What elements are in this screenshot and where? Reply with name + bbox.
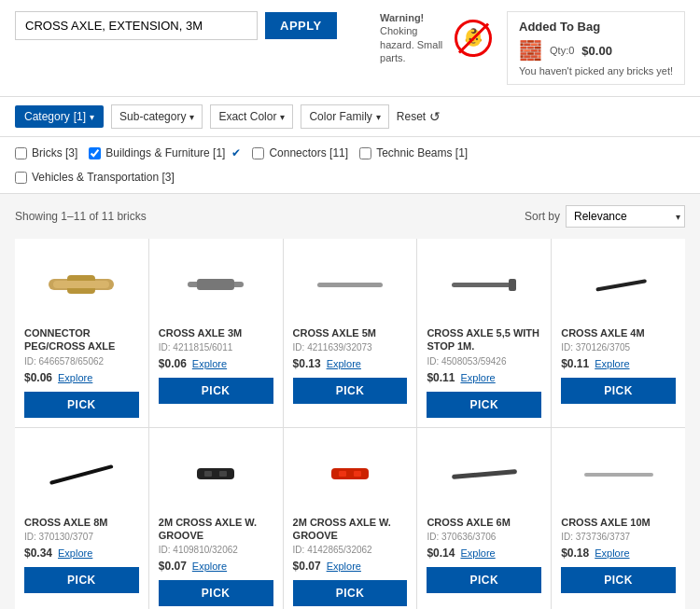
explore-link-10[interactable]: Explore	[595, 547, 629, 559]
product-id-3: ID: 4211639/32073	[293, 342, 372, 353]
search-input[interactable]	[15, 11, 258, 40]
product-price-row-6: $0.34 Explore	[24, 547, 92, 560]
results-count: Showing 1–11 of 11 bricks	[15, 210, 147, 223]
product-name-8: 2M CROSS AXLE W. GROOVE	[293, 516, 408, 543]
category-filter-button[interactable]: Category [1] ▾	[15, 105, 104, 128]
product-id-7: ID: 4109810/32062	[159, 545, 238, 555]
product-id-2: ID: 4211815/6011	[159, 342, 233, 353]
product-price-row-4: $0.11 Explore	[427, 371, 495, 384]
svg-rect-15	[354, 471, 361, 477]
product-price-10: $0.18	[561, 547, 589, 560]
product-card-1: CONNECTOR PEG/CROSS AXLE ID: 6466578/650…	[15, 239, 148, 427]
product-price-row-8: $0.07 Explore	[293, 560, 361, 573]
reset-button[interactable]: Reset ↺	[397, 109, 441, 124]
product-price-row-10: $0.18 Explore	[561, 547, 629, 560]
product-image-10	[561, 441, 676, 506]
cat-buildings-checkbox[interactable]	[89, 147, 101, 159]
main-content: Showing 1–11 of 11 bricks Sort by Releva…	[0, 194, 700, 609]
cat-bricks[interactable]: Bricks [3]	[15, 146, 77, 159]
bag-icon: 🧱	[519, 39, 542, 62]
explore-link-6[interactable]: Explore	[58, 547, 92, 559]
filter-bar: Category [1] ▾ Sub-category ▾ Exact Colo…	[0, 97, 700, 137]
product-card-3: CROSS AXLE 5M ID: 4211639/32073 $0.13 Ex…	[284, 239, 417, 427]
pick-button-9[interactable]: PICK	[427, 567, 541, 593]
product-price-row-5: $0.11 Explore	[561, 357, 629, 370]
pick-button-4[interactable]: PICK	[427, 392, 541, 418]
product-price-1: $0.06	[24, 371, 52, 384]
product-price-5: $0.11	[561, 357, 589, 370]
category-chevron-icon: ▾	[90, 112, 94, 122]
cat-technic[interactable]: Technic Beams [1]	[359, 146, 468, 159]
product-name-2: CROSS AXLE 3M	[159, 326, 242, 339]
product-image-5	[561, 252, 676, 317]
cat-technic-checkbox[interactable]	[359, 147, 371, 159]
svg-rect-16	[452, 469, 517, 479]
color-family-select[interactable]: Color Family ▾	[301, 104, 388, 129]
explore-link-8[interactable]: Explore	[327, 561, 361, 572]
cat-vehicles-checkbox[interactable]	[15, 172, 27, 184]
product-name-1: CONNECTOR PEG/CROSS AXLE	[24, 326, 139, 353]
explore-link-1[interactable]: Explore	[58, 372, 92, 383]
product-image-3	[293, 252, 408, 317]
explore-link-3[interactable]: Explore	[327, 358, 361, 369]
product-name-3: CROSS AXLE 5M	[293, 326, 376, 339]
cat-connectors-checkbox[interactable]	[252, 147, 264, 159]
product-price-3: $0.13	[293, 357, 321, 370]
color-family-chevron-icon: ▾	[376, 112, 381, 122]
product-name-6: CROSS AXLE 8M	[24, 516, 107, 529]
svg-rect-17	[584, 473, 653, 477]
apply-button[interactable]: APPLY	[265, 12, 337, 39]
product-id-1: ID: 6466578/65062	[24, 356, 104, 367]
pick-button-7[interactable]: PICK	[159, 580, 273, 606]
svg-rect-10	[197, 468, 234, 479]
color-family-label: Color Family	[309, 110, 371, 123]
cat-vehicles[interactable]: Vehicles & Transportation [3]	[15, 171, 685, 184]
subcategory-select[interactable]: Sub-category ▾	[111, 104, 203, 129]
cat-connectors-label: Connectors [11]	[269, 146, 348, 159]
pick-button-1[interactable]: PICK	[24, 392, 139, 418]
svg-rect-14	[339, 471, 346, 477]
exact-color-chevron-icon: ▾	[280, 112, 285, 122]
product-price-7: $0.07	[159, 560, 187, 573]
cat-technic-label: Technic Beams [1]	[376, 146, 468, 159]
pick-button-8[interactable]: PICK	[293, 580, 408, 606]
product-image-1	[24, 252, 139, 317]
product-card-8: 2M CROSS AXLE W. GROOVE ID: 4142865/3206…	[284, 428, 417, 609]
cat-bricks-checkbox[interactable]	[15, 147, 27, 159]
product-name-4: CROSS AXLE 5,5 WITH STOP 1M.	[427, 326, 541, 353]
explore-link-9[interactable]: Explore	[460, 547, 495, 559]
product-price-4: $0.11	[427, 371, 455, 384]
exact-color-label: Exact Color	[218, 110, 276, 123]
svg-rect-5	[317, 283, 383, 287]
explore-link-5[interactable]: Explore	[595, 358, 629, 369]
product-card-9: CROSS AXLE 6M ID: 370636/3706 $0.14 Expl…	[417, 428, 551, 609]
svg-rect-7	[509, 279, 516, 291]
warning-title: Warning!	[380, 12, 424, 23]
product-price-8: $0.07	[293, 560, 321, 573]
bag-qty: Qty:0	[550, 45, 574, 56]
product-image-4	[427, 252, 541, 317]
pick-button-5[interactable]: PICK	[561, 378, 676, 404]
explore-link-2[interactable]: Explore	[192, 358, 227, 369]
svg-rect-4	[197, 279, 234, 290]
cat-buildings[interactable]: Buildings & Furniture [1] ✔	[89, 146, 241, 159]
search-section: APPLY	[15, 11, 365, 40]
cat-connectors[interactable]: Connectors [11]	[252, 146, 348, 159]
pick-button-2[interactable]: PICK	[159, 378, 273, 404]
exact-color-select[interactable]: Exact Color ▾	[210, 104, 293, 129]
warning-section: Warning! Choking hazard. Small parts. 👶	[380, 11, 492, 64]
pick-button-6[interactable]: PICK	[24, 567, 139, 593]
pick-button-3[interactable]: PICK	[293, 378, 408, 404]
sort-wrapper[interactable]: Relevance Price: Low to High Price: High…	[566, 205, 685, 228]
explore-link-4[interactable]: Explore	[460, 372, 495, 383]
explore-link-7[interactable]: Explore	[192, 561, 227, 572]
pick-button-10[interactable]: PICK	[561, 567, 676, 593]
product-name-9: CROSS AXLE 6M	[427, 516, 510, 529]
bag-empty-message: You haven't picked any bricks yet!	[519, 65, 673, 76]
product-id-9: ID: 370636/3706	[427, 532, 496, 542]
svg-rect-11	[204, 471, 212, 477]
sort-select[interactable]: Relevance Price: Low to High Price: High…	[566, 205, 685, 228]
category-filters-section: Bricks [3] Buildings & Furniture [1] ✔ C…	[0, 137, 700, 194]
product-name-7: 2M CROSS AXLE W. GROOVE	[159, 516, 273, 543]
cat-buildings-label: Buildings & Furniture [1]	[105, 146, 225, 159]
